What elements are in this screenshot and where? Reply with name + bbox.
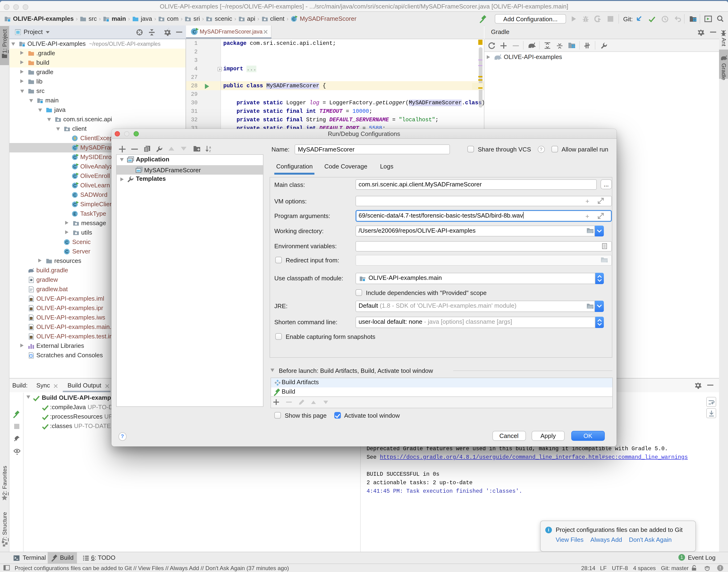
svg-text:C: C: [65, 249, 68, 254]
svg-text:E: E: [73, 212, 76, 216]
svg-text:C: C: [73, 155, 76, 160]
svg-text:IJ: IJ: [30, 298, 32, 301]
svg-text:C: C: [73, 174, 76, 178]
svg-text:C: C: [193, 29, 196, 34]
svg-text:C: C: [65, 240, 68, 245]
svg-text:C: C: [73, 183, 76, 188]
svg-text:a: a: [209, 145, 211, 149]
svg-text:IJ: IJ: [30, 317, 32, 320]
svg-text:IJ: IJ: [30, 307, 32, 310]
svg-text:C: C: [73, 164, 76, 169]
svg-text:C: C: [73, 202, 76, 207]
svg-text:C: C: [292, 16, 295, 21]
svg-text:z: z: [209, 149, 211, 152]
svg-text:IJ: IJ: [30, 326, 32, 329]
svg-text:IJ: IJ: [30, 336, 32, 339]
svg-text:C: C: [73, 146, 76, 150]
svg-text:C: C: [73, 193, 76, 198]
